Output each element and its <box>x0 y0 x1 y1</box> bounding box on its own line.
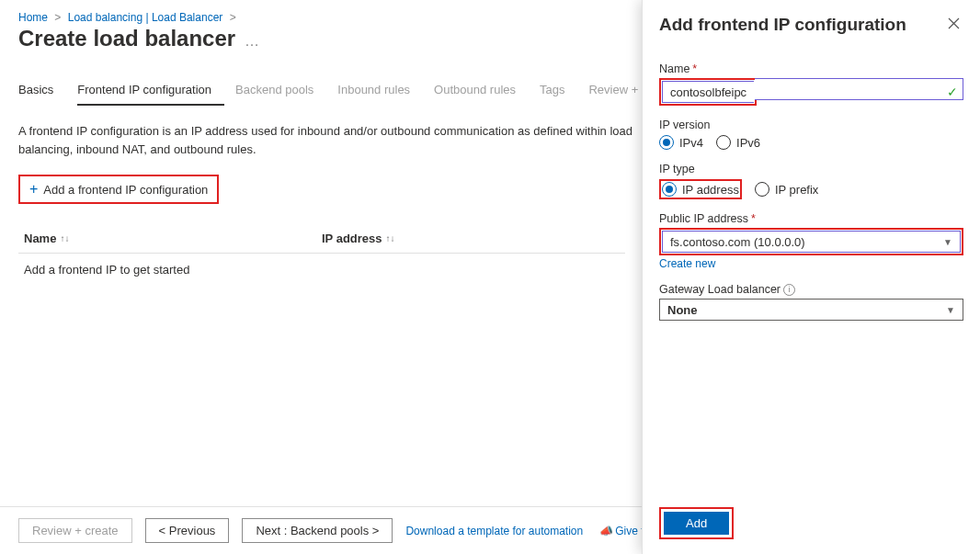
frontend-ip-table: Name ↑↓ IP address ↑↓ Add a frontend IP … <box>18 224 625 286</box>
add-frontend-ip-button[interactable]: + Add a frontend IP configuration <box>18 175 219 204</box>
highlight-box: fs.contoso.com (10.0.0.0) ▼ <box>659 228 963 255</box>
column-header-name[interactable]: Name ↑↓ <box>24 232 322 245</box>
chevron-down-icon: ▼ <box>943 237 952 247</box>
page-title: Create load balancer <box>18 26 235 51</box>
sort-icon: ↑↓ <box>60 233 69 243</box>
tab-backend-pools: Backend pools <box>235 77 326 106</box>
ip-type-label: IP type <box>659 163 963 175</box>
create-new-link[interactable]: Create new <box>659 257 715 270</box>
radio-icon <box>716 135 731 150</box>
public-ip-select[interactable]: fs.contoso.com (10.0.0.0) ▼ <box>662 231 961 253</box>
tab-description: A frontend IP configuration is an IP add… <box>18 122 644 158</box>
radio-icon <box>755 182 769 197</box>
check-icon: ✓ <box>947 85 958 99</box>
download-template-link[interactable]: Download a template for automation <box>405 525 583 537</box>
side-panel: Add frontend IP configuration Name * con… <box>642 0 980 554</box>
add-button[interactable]: Add <box>664 512 729 535</box>
required-asterisk: * <box>751 212 756 225</box>
add-frontend-ip-label: Add a frontend IP configuration <box>43 183 208 197</box>
ipv6-radio[interactable]: IPv6 <box>716 135 760 150</box>
ip-prefix-label: IP prefix <box>775 183 818 197</box>
chevron-right-icon: > <box>230 11 236 24</box>
ip-address-label: IP address <box>682 183 739 197</box>
previous-button[interactable]: < Previous <box>145 518 230 543</box>
chevron-down-icon: ▼ <box>946 305 955 315</box>
ip-prefix-radio[interactable]: IP prefix <box>755 182 818 197</box>
radio-icon <box>659 135 674 150</box>
breadcrumb-path1[interactable]: Load balancing | Load Balancer <box>68 11 223 24</box>
close-icon <box>948 17 960 29</box>
column-ip-label: IP address <box>322 232 382 245</box>
tab-inbound-rules: Inbound rules <box>337 77 423 106</box>
public-ip-value: fs.contoso.com (10.0.0.0) <box>670 235 805 249</box>
ipv4-label: IPv4 <box>679 136 703 150</box>
ip-address-radio[interactable]: IP address <box>662 182 739 197</box>
panel-title: Add frontend IP configuration <box>659 15 906 35</box>
highlight-box: Add <box>659 507 734 539</box>
ipv6-label: IPv6 <box>736 136 760 150</box>
table-empty-row: Add a frontend IP to get started <box>18 254 625 286</box>
highlight-box: IP address <box>659 179 742 199</box>
public-ip-label: Public IP address <box>659 212 748 225</box>
chevron-right-icon: > <box>54 11 61 24</box>
next-button[interactable]: Next : Backend pools > <box>242 518 393 543</box>
highlight-box: contosolbfeipc <box>659 78 757 106</box>
sort-icon: ↑↓ <box>386 233 395 243</box>
plus-icon: + <box>29 181 38 198</box>
tab-outbound-rules: Outbound rules <box>434 77 529 106</box>
required-asterisk: * <box>692 62 697 75</box>
name-value-display: contosolbfeipc <box>662 81 754 103</box>
more-menu-button[interactable]: … <box>245 33 259 51</box>
name-input[interactable] <box>755 78 963 100</box>
name-field-label: Name <box>659 62 689 75</box>
breadcrumb-home[interactable]: Home <box>18 11 48 24</box>
gateway-lb-label: Gateway Load balancer <box>659 283 781 296</box>
tab-basics[interactable]: Basics <box>18 77 66 106</box>
column-name-label: Name <box>24 232 56 245</box>
gateway-lb-value: None <box>667 303 698 317</box>
bullhorn-icon: 📣 <box>599 525 613 537</box>
gateway-lb-select[interactable]: None ▼ <box>659 299 963 321</box>
ipv4-radio[interactable]: IPv4 <box>659 135 703 150</box>
tab-tags: Tags <box>540 77 577 106</box>
radio-icon <box>662 182 677 197</box>
close-button[interactable] <box>944 15 963 35</box>
ip-version-label: IP version <box>659 119 963 131</box>
info-icon[interactable]: i <box>783 284 795 296</box>
tab-frontend-ip[interactable]: Frontend IP configuration <box>77 77 224 106</box>
review-create-button: Review + create <box>18 518 132 543</box>
column-header-ip[interactable]: IP address ↑↓ <box>322 232 620 245</box>
